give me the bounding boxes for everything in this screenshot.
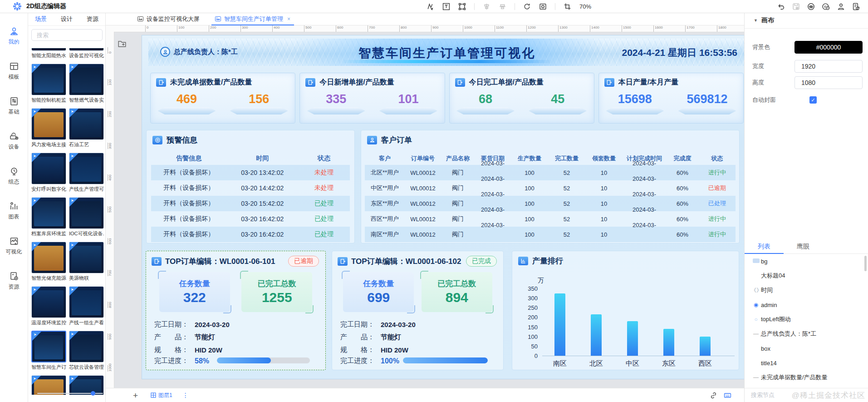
table-row[interactable]: 南区**用户WL00012阀门2024-03-10052102024-03-60…: [365, 227, 736, 242]
fit-screen-button[interactable]: [539, 3, 547, 10]
sidebar-item-template[interactable]: 模板: [9, 61, 20, 81]
zoom-level[interactable]: 70%: [579, 3, 591, 10]
template-thumbnail[interactable]: ➤: [31, 331, 66, 362]
panel-tab-场景[interactable]: 场景: [35, 15, 47, 23]
sidebar-item-device[interactable]: 设备: [9, 131, 20, 151]
template-thumbnail[interactable]: ➤: [69, 331, 104, 362]
table-row[interactable]: 中区**用户WL00012阀门2024-03-10052102024-03-60…: [365, 180, 736, 196]
template-thumbnail[interactable]: ➤: [31, 108, 66, 140]
table-row[interactable]: 开料（设备损坏）03-20 13:42:02未处理: [151, 165, 350, 180]
template-item[interactable]: ➤档案库房环境监...: [31, 197, 66, 238]
template-thumbnail[interactable]: ➤: [69, 64, 104, 95]
layer-menu-button[interactable]: ⋮: [182, 392, 189, 399]
template-thumbnail[interactable]: ➤: [69, 197, 104, 229]
text-tool[interactable]: [442, 3, 450, 10]
template-item[interactable]: ➤智能控制机柜监...: [31, 64, 66, 104]
canvas-tab[interactable]: 设备监控可视化大屏: [137, 13, 200, 25]
canvas-tab[interactable]: 智慧车间生产订单管理×: [215, 13, 290, 25]
layer-tab-鹰眼[interactable]: 鹰眼: [784, 240, 823, 253]
stat-card[interactable]: 今日完工单据/产品数量6845: [449, 73, 594, 124]
template-thumbnail[interactable]: ➤: [31, 153, 66, 184]
layer-item[interactable]: title14: [745, 356, 868, 370]
template-thumbnail[interactable]: ➤: [69, 153, 104, 184]
panel-tab-资源[interactable]: 资源: [87, 15, 98, 23]
scrollbar[interactable]: [864, 256, 867, 271]
bg-color-input[interactable]: #000000: [794, 41, 863, 54]
template-search[interactable]: [31, 29, 103, 41]
sidebar-item-visual[interactable]: 可视化: [6, 236, 22, 256]
table-row[interactable]: 开料（设备损坏）03-20 15:42:02已处理: [151, 196, 350, 211]
add-folder-icon[interactable]: [118, 39, 127, 48]
layer-item[interactable]: 大标题04: [745, 268, 868, 283]
auto-cover-checkbox[interactable]: ✓: [809, 96, 817, 104]
dashboard-header[interactable]: 总产线负责人：陈*工 智慧车间生产订单管理可视化 2024-4-21 星期日 1…: [148, 39, 744, 66]
template-thumbnail[interactable]: ➤: [31, 242, 66, 273]
history-icon[interactable]: [822, 3, 830, 10]
sidebar-item-user[interactable]: 我的: [9, 26, 20, 46]
sidebar-item-chart[interactable]: 图表: [9, 201, 20, 221]
preview-eye-icon[interactable]: [807, 3, 815, 10]
add-layer-button[interactable]: +: [133, 391, 138, 400]
vector-pen-tool[interactable]: [427, 3, 434, 10]
align-horizontal-button[interactable]: [483, 3, 490, 10]
slider-handle[interactable]: [91, 391, 95, 396]
orders-panel[interactable]: 客户订单 客户订单编号产品名称要货日期生产数量完工数量领套数量计划完成时间完成度…: [361, 130, 740, 243]
user-icon[interactable]: [837, 3, 845, 10]
template-thumbnail[interactable]: ➤: [31, 48, 66, 51]
template-item[interactable]: ➤芯软云设备管理...: [69, 331, 104, 372]
sidebar-item-gauge[interactable]: 组态: [9, 166, 20, 186]
table-row[interactable]: 开料（设备损坏）03-20 16:42:02已处理: [151, 211, 350, 227]
frame-tool[interactable]: [458, 3, 466, 10]
layer-item[interactable]: ○topLeft圈动: [745, 312, 868, 327]
sidebar-item-resource[interactable]: 资源: [9, 271, 20, 291]
template-thumbnail[interactable]: ➤: [69, 48, 104, 51]
template-item[interactable]: ➤产线生产管理可...: [69, 153, 104, 194]
alarm-panel[interactable]: 预警信息 告警信息时间状态开料（设备损坏）03-20 13:42:02未处理开料…: [146, 130, 355, 243]
node-search-placeholder[interactable]: 搜索节点: [751, 391, 775, 399]
layer-item[interactable]: —未完成单据数量/产品数量: [745, 370, 868, 385]
crop-tool[interactable]: [564, 3, 571, 10]
template-item[interactable]: ➤智慧燃气设备实...: [69, 64, 104, 104]
canvas-viewport[interactable]: 总产线负责人：陈*工 智慧车间生产订单管理可视化 2024-4-21 星期日 1…: [114, 32, 744, 388]
layer-item[interactable]: —总产线负责人：陈*工: [745, 327, 868, 341]
layer-tab-列表[interactable]: 列表: [745, 240, 784, 253]
table-row[interactable]: 北区**用户WL00012阀门2024-03-10052102024-03-60…: [365, 165, 736, 180]
canvas-section-header[interactable]: ▼ 画布: [745, 13, 868, 29]
template-thumbnail[interactable]: ➤: [31, 197, 66, 229]
table-row[interactable]: 开料（设备损坏）03-20 16:42:02已处理: [151, 227, 350, 242]
template-item[interactable]: ➤产线一组生产看板: [69, 286, 104, 327]
top-order-panel-1[interactable]: TOP订单编辑：WL0001-06-101 已逾期 任务数量 322 已完工总数…: [146, 251, 326, 370]
template-item[interactable]: ➤风力发电场主接...: [31, 108, 66, 149]
stat-card[interactable]: 本日产量/本月产量15698569812: [598, 73, 744, 124]
align-vertical-button[interactable]: [499, 3, 506, 10]
template-item[interactable]: ➤安灯呼叫数字化...: [31, 153, 66, 194]
template-item[interactable]: ➤石油工艺: [69, 108, 104, 149]
table-row[interactable]: 开料（设备损坏）03-20 14:42:02未处理: [151, 180, 350, 196]
panel-zoom-slider[interactable]: [37, 391, 103, 396]
template-item[interactable]: ➤温湿度环境监控...: [31, 286, 66, 327]
template-thumbnail[interactable]: ➤: [69, 242, 104, 273]
layer-item[interactable]: bg: [745, 254, 868, 268]
template-item[interactable]: ➤智能太阳能热水...: [31, 48, 66, 60]
width-input[interactable]: 1920: [794, 60, 863, 73]
template-thumbnail[interactable]: ➤: [31, 64, 66, 95]
undo-button[interactable]: [777, 3, 785, 10]
stat-card[interactable]: 今日新增单据/产品数量335101: [299, 73, 445, 124]
template-item[interactable]: ➤设备监控可视化...: [69, 48, 104, 60]
template-thumbnail[interactable]: ➤: [69, 108, 104, 140]
log-icon[interactable]: [852, 3, 860, 10]
table-row[interactable]: 西区**用户WL00012阀门2024-03-10052102024-03-60…: [365, 211, 736, 227]
template-item[interactable]: ➤智慧车间生产订...: [31, 331, 66, 372]
layer-item[interactable]: 《》时间: [745, 283, 868, 298]
keyboard-icon[interactable]: [724, 392, 731, 399]
template-item[interactable]: ➤美源物联: [69, 242, 104, 283]
layer-selector[interactable]: 图层1: [151, 392, 172, 399]
link-icon[interactable]: [710, 392, 717, 399]
panel-tab-设计[interactable]: 设计: [61, 15, 73, 23]
height-input[interactable]: 1080: [794, 76, 863, 89]
dashboard-canvas[interactable]: 总产线负责人：陈*工 智慧车间生产订单管理可视化 2024-4-21 星期日 1…: [142, 35, 744, 379]
table-row[interactable]: 东区**用户WL00012阀门2024-03-10052102024-03-60…: [365, 196, 736, 211]
close-tab-icon[interactable]: ×: [287, 16, 290, 22]
refresh-button[interactable]: [523, 3, 531, 10]
layer-item[interactable]: box: [745, 341, 868, 356]
